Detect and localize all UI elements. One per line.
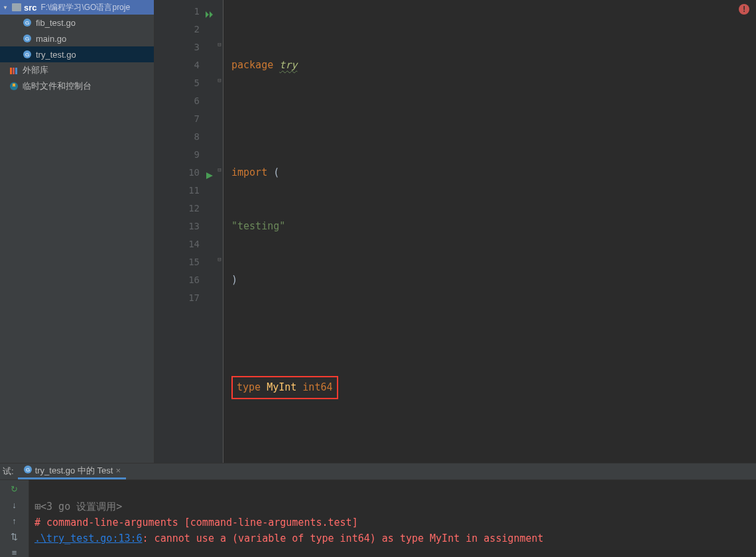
- up-icon[interactable]: ↑: [9, 515, 21, 526]
- fold-close-icon[interactable]: ⊟: [216, 256, 223, 263]
- file-label: try_test.go: [36, 50, 76, 60]
- error-indicator-icon[interactable]: !: [739, 4, 749, 15]
- run-toolbar: ↻ ↓ ↑ ⇅ ≡: [0, 480, 29, 557]
- project-root[interactable]: ▼ src F:\编程学习\GO语言proje: [0, 0, 154, 15]
- scratches[interactable]: 临时文件和控制台: [0, 78, 154, 94]
- scratch-icon: [9, 82, 19, 91]
- run-tabbar: 试: G try_test.go 中的 Test ×: [0, 464, 756, 480]
- code-editor[interactable]: 1 2 3 4 5 6 7 8 9 10 11 12 13 14 15 16 1…: [155, 0, 756, 463]
- chevron-down-icon: ▼: [3, 5, 8, 11]
- fold-column: ⊟ ⊟ ⊟ ⊟: [217, 0, 223, 463]
- svg-rect-6: [10, 68, 12, 74]
- project-root-name: src: [24, 3, 37, 13]
- line-gutter: 1 2 3 4 5 6 7 8 9 10 11 12 13 14 15 16 1…: [155, 0, 217, 463]
- rerun-icon[interactable]: ↻: [9, 483, 21, 495]
- layout-icon[interactable]: ≡: [9, 546, 21, 557]
- file-label: fib_test.go: [36, 18, 76, 28]
- go-file-icon: G: [23, 50, 32, 59]
- close-icon[interactable]: ×: [115, 465, 121, 475]
- file-item[interactable]: G main.go: [0, 31, 154, 46]
- code-area[interactable]: ! package try import ( "testing" ) type …: [223, 0, 756, 463]
- svg-text:G: G: [25, 20, 29, 26]
- stop-icon[interactable]: ↓: [9, 499, 21, 511]
- external-libraries[interactable]: 外部库: [0, 62, 154, 78]
- svg-text:G: G: [25, 36, 29, 42]
- scratches-label: 临时文件和控制台: [23, 80, 92, 92]
- fold-close-icon[interactable]: ⊟: [216, 77, 223, 84]
- run-double-icon[interactable]: [205, 7, 214, 17]
- svg-rect-8: [15, 68, 17, 74]
- svg-text:G: G: [25, 52, 29, 58]
- toggle-icon[interactable]: ⇅: [9, 530, 21, 542]
- project-sidebar: ▼ src F:\编程学习\GO语言proje G fib_test.go G …: [0, 0, 155, 463]
- svg-text:G: G: [26, 467, 30, 473]
- run-tab-label: try_test.go 中的 Test: [35, 465, 113, 477]
- file-item[interactable]: G fib_test.go: [0, 15, 154, 31]
- fold-open-icon[interactable]: ⊟: [216, 41, 223, 48]
- go-file-icon: G: [23, 465, 32, 476]
- library-icon: [9, 66, 19, 75]
- terminal-output[interactable]: ⊞<3 go 设置调用> # command-line-arguments [c…: [29, 480, 756, 557]
- file-label: main.go: [36, 34, 66, 44]
- folder-icon: [12, 3, 21, 11]
- go-file-icon: G: [23, 18, 32, 27]
- error-link[interactable]: .\try_test.go:13:6: [34, 532, 143, 544]
- run-label: 试:: [3, 465, 14, 477]
- run-test-icon[interactable]: [205, 168, 214, 178]
- svg-rect-7: [13, 68, 15, 74]
- run-panel: 试: G try_test.go 中的 Test × ↻ ↓ ↑ ⇅ ≡ ⊞<3…: [0, 463, 756, 557]
- go-file-icon: G: [23, 34, 32, 43]
- highlight-box: type MyInt int64: [231, 376, 338, 399]
- run-tab[interactable]: G try_test.go 中的 Test ×: [18, 464, 126, 479]
- fold-open-icon[interactable]: ⊟: [216, 166, 223, 173]
- project-root-path: F:\编程学习\GO语言proje: [40, 2, 130, 13]
- external-libraries-label: 外部库: [23, 64, 48, 76]
- file-item-selected[interactable]: G try_test.go: [0, 46, 154, 62]
